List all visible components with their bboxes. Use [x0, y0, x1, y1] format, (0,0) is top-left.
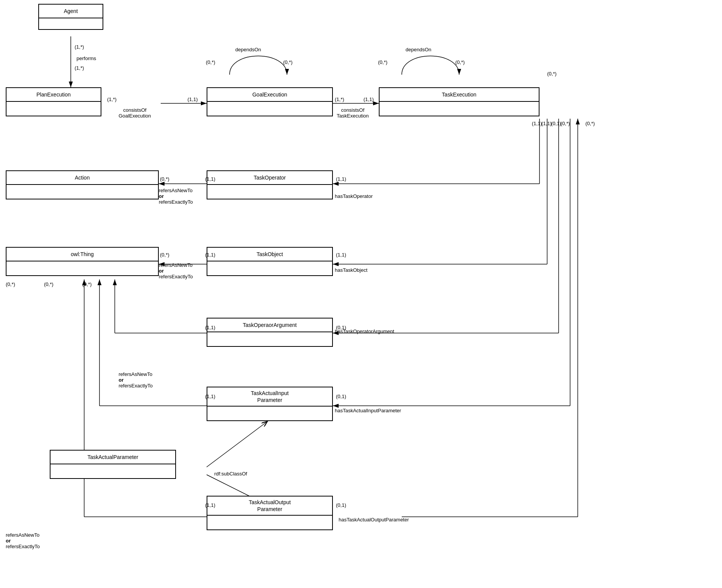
taskactualoutputparameter-section: [207, 516, 332, 529]
taskexecution-section: [380, 102, 539, 116]
owlthing-box: owl:Thing: [6, 247, 159, 276]
goalexecution-box: GoalExecution: [207, 87, 333, 116]
taskactualparameter-box: TaskActualParameter: [50, 450, 176, 479]
taskoperator-name: TaskOperator: [207, 171, 332, 185]
label-arg-to-owl-11: (1,1): [205, 325, 215, 330]
label-task-dependson-label: dependsOn: [406, 47, 431, 52]
label-hastaskactualoutputparameter: hasTaskActualOutputParameter: [339, 517, 409, 523]
planexecution-name: PlanExecution: [7, 88, 101, 102]
taskexecution-name: TaskExecution: [380, 88, 539, 102]
taskoperaorargument-name: TaskOperaorArgument: [207, 318, 332, 332]
label-goal-dependson-right: (0,*): [283, 59, 293, 65]
taskexecution-box: TaskExecution: [379, 87, 539, 116]
owlthing-name: owl:Thing: [7, 248, 158, 261]
label-goal-task-mult1: (1,*): [335, 96, 344, 102]
taskobject-box: TaskObject: [207, 247, 333, 276]
label-hastaskobject: hasTaskObject: [335, 267, 367, 273]
taskactualparameter-name: TaskActualParameter: [51, 451, 175, 464]
label-goal-task-mult2: (1,1): [363, 96, 374, 102]
taskoperaorargument-section: [207, 332, 332, 346]
label-hastaskactualinputparameter: hasTaskActualInputParameter: [335, 408, 401, 413]
goalexecution-name: GoalExecution: [207, 88, 332, 102]
action-box: Action: [6, 170, 159, 199]
label-agent-mult2: (1,*): [75, 65, 84, 71]
taskactualoutputparameter-box: TaskActualOutput Parameter: [207, 496, 333, 530]
label-op-to-action-0star: (0,*): [160, 176, 169, 182]
label-refersasnewto-4: refersAsNewToorrefersExactlyTo: [6, 532, 40, 549]
label-te-to-input-0star: (0,*): [561, 121, 570, 126]
diagram: Agent PlanExecution GoalExecution TaskEx…: [0, 0, 722, 588]
label-plan-mult2: (1,1): [187, 96, 198, 102]
goalexecution-section: [207, 102, 332, 116]
label-te-to-op-11: (1,1): [532, 121, 542, 126]
label-ob-to-owl-11: (1,1): [205, 252, 215, 258]
label-ob-right-11: (1,1): [336, 252, 346, 258]
taskoperator-section: [207, 185, 332, 199]
taskactualparameter-section: [51, 464, 175, 478]
action-name: Action: [7, 171, 158, 185]
action-section: [7, 185, 158, 199]
label-agent-mult1: (1,*): [75, 44, 84, 50]
label-consistsoftask: consistsOfTaskExecution: [337, 107, 369, 119]
label-owl-0star-3: (0,*): [82, 281, 92, 287]
label-input-to-owl-11: (1,1): [205, 394, 215, 399]
label-owl-0star-2: (0,*): [44, 281, 54, 287]
svg-line-20: [207, 421, 268, 467]
label-arg-right-01: (0,1): [336, 325, 346, 330]
label-goal-dependson-left: (0,*): [206, 59, 215, 65]
label-rdfsubclassof: rdf:subClassOf: [214, 471, 247, 477]
label-te-to-arg-01: (0,1): [551, 121, 561, 126]
taskoperator-box: TaskOperator: [207, 170, 333, 199]
taskobject-section: [207, 261, 332, 275]
diagram-lines: [0, 0, 722, 588]
agent-box: Agent: [38, 4, 103, 30]
label-goal-dependson-label: dependsOn: [235, 47, 261, 52]
planexecution-section: [7, 102, 101, 116]
taskactualinputparameter-box: TaskActualInput Parameter: [207, 387, 333, 421]
label-te-to-ob-11: (1,1): [541, 121, 552, 126]
label-task-dependson-left: (0,*): [378, 59, 388, 65]
taskactualinputparameter-name: TaskActualInput Parameter: [207, 387, 332, 407]
agent-section: [39, 18, 103, 29]
label-refersasnewto-2: refersAsNewToorrefersExactlyTo: [159, 262, 193, 279]
label-op-to-action-11: (1,1): [205, 176, 215, 182]
taskactualoutputparameter-name: TaskActualOutput Parameter: [207, 497, 332, 516]
label-hastaskoperator: hasTaskOperator: [335, 193, 373, 199]
label-owl-0star-1: (0,*): [6, 281, 15, 287]
label-consistsofgoal: consistsOfGoalExecution: [119, 107, 151, 119]
label-output-mult-11: (1,1): [205, 502, 215, 508]
owlthing-section: [7, 261, 158, 275]
label-op-right-11: (1,1): [336, 176, 346, 182]
planexecution-box: PlanExecution: [6, 87, 101, 116]
label-ob-to-owl-0star: (0,*): [160, 252, 169, 258]
label-performs: performs: [77, 56, 96, 61]
label-task-dependson-right: (0,*): [455, 59, 465, 65]
taskobject-name: TaskObject: [207, 248, 332, 261]
agent-name: Agent: [39, 5, 103, 18]
label-plan-mult1: (1,*): [107, 96, 117, 102]
label-te-outer-0star: (0,*): [585, 121, 595, 126]
taskactualinputparameter-section: [207, 407, 332, 420]
label-task-dependson-outer: (0,*): [547, 71, 557, 77]
label-output-mult-01: (0,1): [336, 502, 346, 508]
taskoperaorargument-box: TaskOperaorArgument: [207, 318, 333, 347]
label-refersasnewto-1: refersAsNewToorrefersExactlyTo: [159, 188, 193, 205]
label-input-right-01: (0,1): [336, 394, 346, 399]
label-refersasnewto-3: refersAsNewToorrefersExactlyTo: [119, 371, 153, 389]
